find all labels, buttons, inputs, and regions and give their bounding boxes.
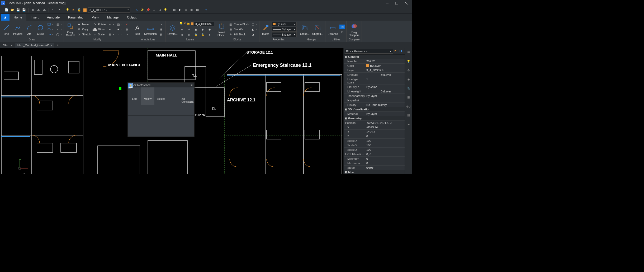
text-button[interactable]: AText: [132, 23, 143, 36]
mirror-button[interactable]: ▟▙Mirror: [92, 27, 106, 32]
tool-icon[interactable]: ✎: [134, 7, 139, 13]
quad-scale-icon[interactable]: [183, 105, 194, 115]
quad-rotate-icon[interactable]: [128, 105, 139, 115]
tab-annotate[interactable]: Annotate: [43, 14, 64, 21]
tab-home[interactable]: Home: [10, 14, 26, 21]
match-button[interactable]: Match: [261, 23, 271, 36]
saveas-icon[interactable]: 💾: [21, 7, 27, 13]
strip-menu-icon[interactable]: ☰: [406, 50, 411, 55]
bulb2-icon[interactable]: 💡: [163, 7, 168, 13]
prop-row-layer[interactable]: Layer3_4_DOORS: [344, 68, 405, 73]
hatch-icon[interactable]: ▨▾: [55, 22, 63, 27]
block-tool3-icon[interactable]: ◑: [250, 32, 258, 37]
laylck-icon[interactable]: 🔒: [193, 32, 199, 37]
quad-cut-icon[interactable]: [161, 115, 172, 126]
break-icon[interactable]: ⊟: [124, 27, 130, 32]
panel3-icon[interactable]: ▤: [183, 7, 188, 13]
strip-bulb-icon[interactable]: 💡: [406, 59, 411, 64]
prop-row-scale-y[interactable]: Scale Y100: [344, 143, 405, 148]
document-tab[interactable]: Plan_Modified_General*×: [15, 43, 54, 48]
editblock-button[interactable]: ✎Edit Block▾: [228, 32, 250, 37]
strip-fx-icon[interactable]: f(x): [406, 104, 411, 109]
section-general[interactable]: ▣General: [344, 55, 405, 59]
array-icon[interactable]: ⊞▾: [107, 32, 115, 37]
rotate-button[interactable]: ⟳Rotate: [92, 22, 106, 27]
dimension-button[interactable]: Dimension: [143, 23, 158, 36]
layer-sun-icon[interactable]: ☀: [183, 22, 186, 26]
section-geometry[interactable]: ▣Geometry: [344, 116, 405, 121]
fillet-icon[interactable]: ⌐: [107, 27, 115, 32]
explode-icon[interactable]: ✷▾: [115, 27, 123, 32]
prop-row-history[interactable]: HistoryNo undo history: [344, 103, 405, 107]
quad-select-tab[interactable]: Select: [154, 87, 168, 105]
prop-row-material[interactable]: MaterialByLayer: [344, 112, 405, 116]
quad-sphere-icon[interactable]: [128, 115, 139, 126]
block-tool2-icon[interactable]: ◐▾: [250, 27, 258, 32]
prop-row-transparency[interactable]: TransparencyByLayer: [344, 94, 405, 98]
tab-view[interactable]: View: [88, 14, 103, 21]
color-dropdown[interactable]: ByLayer▼: [272, 22, 297, 26]
tab-insert[interactable]: Insert: [26, 14, 43, 21]
publish-icon[interactable]: 🖶: [42, 7, 47, 13]
prop-row-linetype-scale[interactable]: Linetype scale1: [344, 77, 405, 85]
leader-icon[interactable]: ↗: [158, 22, 164, 27]
polyline-button[interactable]: Polyline: [12, 23, 23, 36]
quad-rect4-icon[interactable]: [183, 126, 194, 137]
quickselect-icon[interactable]: ◨: [399, 49, 404, 53]
layer-bulb-icon[interactable]: 💡: [179, 22, 183, 26]
prop-row-z[interactable]: Z0: [344, 134, 405, 139]
quad-rect3-icon[interactable]: [172, 126, 183, 137]
layon-icon[interactable]: ◉: [207, 27, 212, 32]
drawing-canvas[interactable]: MAIN ENTRANCE MAIN HALL STORAGE 12.1 Eme…: [0, 48, 343, 174]
section-3dviz[interactable]: ▣3D Visualization: [344, 107, 405, 112]
strip-layers-icon[interactable]: ◈: [406, 77, 411, 82]
layer-lock-icon[interactable]: 🔓: [187, 22, 190, 26]
quad-copy-icon[interactable]: [161, 105, 172, 115]
layers-button[interactable]: Layers...: [167, 23, 179, 36]
quad-edit-tab[interactable]: Edit: [128, 87, 141, 105]
layer-dropdown[interactable]: 3_4_DOORS ▼: [88, 7, 130, 13]
redo-icon[interactable]: ↷: [56, 7, 61, 13]
laymcur-icon[interactable]: ◈: [200, 27, 206, 32]
prop-row-lineweight[interactable]: LineweightByLayer: [344, 89, 405, 94]
tab-parametric[interactable]: Parametric: [64, 14, 88, 21]
prop-row-y[interactable]: Y1404.5: [344, 130, 405, 134]
arc-button[interactable]: Arc: [24, 23, 35, 36]
quad-layers-icon[interactable]: [150, 115, 161, 126]
offset-icon[interactable]: ◫▾: [115, 22, 123, 27]
layulk-icon[interactable]: 🔓: [200, 32, 206, 37]
grid-icon[interactable]: ⊞: [151, 7, 157, 13]
group-button[interactable]: Group...: [299, 23, 311, 36]
minimize-button[interactable]: [382, 0, 392, 6]
prop-row-minimum[interactable]: Minimum0: [344, 157, 405, 161]
quad-clone-icon[interactable]: [172, 115, 183, 126]
strip-structure-icon[interactable]: ▦: [406, 95, 411, 100]
laymrg-icon[interactable]: ◈: [207, 32, 212, 37]
rectangle-icon[interactable]: ▾: [46, 22, 54, 27]
quad-2dconstraint-tab[interactable]: 2D Constraint: [181, 87, 194, 105]
open-icon[interactable]: 📂: [10, 7, 15, 13]
layer-color-icon[interactable]: [82, 7, 88, 13]
layiso-icon[interactable]: ◈: [179, 27, 185, 32]
selection-grip[interactable]: [119, 87, 121, 90]
tab-output[interactable]: Output: [123, 14, 141, 21]
layfrz-icon[interactable]: ❄: [186, 27, 192, 32]
section-misc[interactable]: ▣Misc: [344, 170, 405, 174]
blockify-button[interactable]: ⊞Blockify: [228, 27, 250, 32]
select-icon[interactable]: ▭: [339, 25, 345, 29]
quad-move-icon[interactable]: [150, 105, 161, 115]
panel4-icon[interactable]: ▥: [189, 7, 194, 13]
panel2-icon[interactable]: ◐: [177, 7, 183, 13]
quad-mirror-icon[interactable]: [172, 105, 183, 115]
ungroup-button[interactable]: Ungrou...: [311, 23, 324, 36]
prop-row-position[interactable]: Position-6073.94, 1404.5, 0: [344, 121, 405, 125]
print-icon[interactable]: 🖶: [30, 7, 35, 13]
prop-row-scale-x[interactable]: Scale X100: [344, 139, 405, 143]
quad-modify-tab[interactable]: Modify: [141, 87, 154, 105]
new-icon[interactable]: 📄: [4, 7, 9, 13]
start-tab[interactable]: Start×: [1, 43, 15, 48]
quad-bolt2-icon[interactable]: [139, 126, 150, 137]
lineweight-dropdown[interactable]: ByLayer▼: [272, 32, 297, 37]
snap-icon[interactable]: ⊡: [157, 7, 162, 13]
strip-attach-icon[interactable]: 📎: [406, 86, 411, 91]
